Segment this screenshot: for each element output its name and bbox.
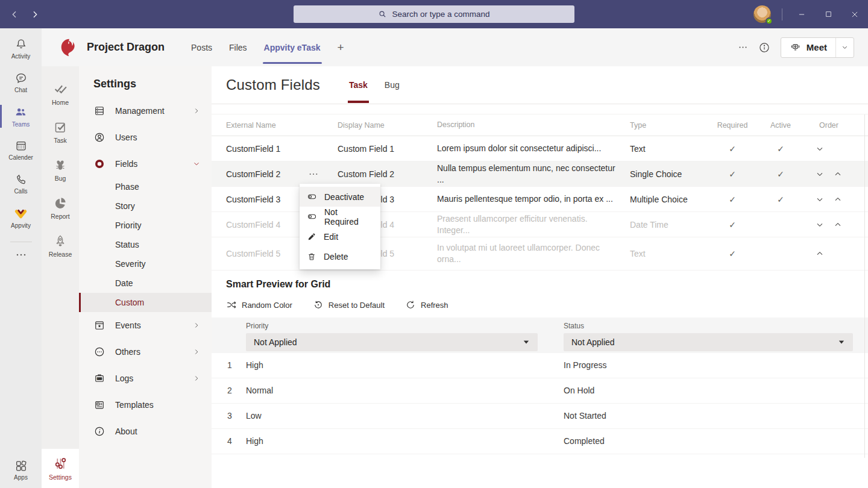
info-icon[interactable] <box>758 42 770 54</box>
more-options-icon[interactable] <box>738 46 748 49</box>
sidebar-title: Settings <box>79 77 212 90</box>
move-up-icon[interactable] <box>815 249 825 258</box>
rail-item-calendar[interactable]: Calender <box>0 133 42 167</box>
forward-icon[interactable] <box>28 7 42 22</box>
toggle-icon <box>307 211 317 222</box>
chevron-right-icon <box>192 374 201 383</box>
events-icon <box>93 319 105 331</box>
phone-icon <box>14 173 28 186</box>
rail-item-apps[interactable]: Apps <box>0 452 42 488</box>
others-icon <box>93 346 105 358</box>
random-color-button[interactable]: Random Color <box>226 299 292 310</box>
meet-button[interactable]: Meet <box>781 38 836 57</box>
preview-row: 2 Normal On Hold <box>212 378 868 404</box>
sidebar-item-phase[interactable]: Phase <box>79 177 212 196</box>
check-icon: ✓ <box>777 144 784 154</box>
app-rail-task[interactable]: Task <box>42 113 79 151</box>
tab-task[interactable]: Task <box>341 66 376 104</box>
move-up-icon[interactable] <box>833 195 843 204</box>
channel-tab-files[interactable]: Files <box>221 28 256 66</box>
reset-to-default-button[interactable]: Reset to Default <box>313 299 385 310</box>
maximize-button[interactable] <box>815 0 841 28</box>
sidebar-item-users[interactable]: Users <box>79 124 212 151</box>
move-up-icon[interactable] <box>833 220 843 230</box>
titlebar-divider <box>782 8 782 20</box>
move-down-icon[interactable] <box>815 169 825 179</box>
status-dropdown[interactable]: Not Applied <box>564 333 853 351</box>
check-icon: ✓ <box>729 169 736 179</box>
channel-tab-appvity-etask[interactable]: Appvity eTask <box>256 28 329 66</box>
active-tab-underline <box>263 62 322 64</box>
move-up-icon[interactable] <box>833 169 843 179</box>
refresh-button[interactable]: Refresh <box>405 299 448 310</box>
table-row: CustomField 1 Custom Field 1 Lorem ipsum… <box>212 136 868 161</box>
menu-item-not-required[interactable]: Not Required <box>300 207 380 227</box>
column-active: Active <box>756 121 805 130</box>
rail-more-icon[interactable] <box>0 245 42 265</box>
close-button[interactable] <box>841 0 868 28</box>
sidebar-item-templates[interactable]: Templates <box>79 392 212 418</box>
menu-item-delete[interactable]: Delete <box>300 246 380 266</box>
sidebar-item-priority[interactable]: Priority <box>79 216 212 235</box>
move-down-icon[interactable] <box>815 220 825 230</box>
sidebar-item-status[interactable]: Status <box>79 235 212 254</box>
task-checkbox-icon <box>53 120 68 134</box>
meet-split-button: Meet <box>781 37 854 58</box>
rail-item-chat[interactable]: Chat <box>0 66 42 99</box>
sidebar-item-custom[interactable]: Custom <box>79 293 212 312</box>
toggle-icon <box>307 192 317 202</box>
table-header-row: External Name Display Name Description T… <box>212 114 868 136</box>
preview-row: 1 High In Progress <box>212 353 868 378</box>
users-icon <box>93 131 105 143</box>
check-icon: ✓ <box>729 249 736 258</box>
column-display-name: Display Name <box>338 121 437 130</box>
shuffle-icon <box>226 299 237 310</box>
chevron-right-icon <box>192 348 201 356</box>
app-rail-release[interactable]: Release <box>42 227 79 264</box>
avatar[interactable]: ✓ <box>753 5 771 23</box>
sidebar-item-story[interactable]: Story <box>79 196 212 216</box>
minimize-button[interactable] <box>788 0 815 28</box>
app-rail-home[interactable]: Home <box>42 75 79 113</box>
report-pie-icon <box>53 196 68 210</box>
channel-tab-posts[interactable]: Posts <box>183 28 221 66</box>
menu-item-edit[interactable]: Edit <box>300 227 380 246</box>
sidebar-item-fields[interactable]: Fields <box>79 151 212 177</box>
bug-icon <box>53 158 68 172</box>
chevron-down-icon <box>192 160 201 168</box>
meet-dropdown-button[interactable] <box>836 38 854 57</box>
settings-sliders-icon <box>53 456 68 471</box>
move-down-icon[interactable] <box>815 144 825 154</box>
rail-item-calls[interactable]: Calls <box>0 167 42 201</box>
smart-preview-title: Smart Preview for Grid <box>226 279 868 290</box>
menu-item-deactivate[interactable]: Deactivate <box>300 187 380 207</box>
settings-sidebar: Settings Management Users <box>79 66 212 488</box>
sidebar-item-date[interactable]: Date <box>79 274 212 293</box>
sidebar-item-management[interactable]: Management <box>79 98 212 124</box>
rail-item-appvity[interactable]: Appvity <box>0 201 42 234</box>
sidebar-item-logs[interactable]: LOG Logs <box>79 365 212 392</box>
column-description: Description <box>437 120 630 130</box>
tab-bug[interactable]: Bug <box>376 66 408 104</box>
sidebar-item-about[interactable]: About <box>79 418 212 445</box>
scrollbar-track[interactable] <box>864 114 865 458</box>
priority-filter-label: Priority <box>246 322 538 330</box>
add-tab-button[interactable]: + <box>329 28 353 66</box>
table-row: CustomField 2 Custom Field 2 Nulla tempu… <box>212 161 868 187</box>
sidebar-item-severity[interactable]: Severity <box>79 254 212 274</box>
rail-item-activity[interactable]: Activity <box>0 32 42 66</box>
sidebar-item-events[interactable]: Events <box>79 312 212 339</box>
app-rail-settings[interactable]: Settings <box>42 449 79 488</box>
rail-item-teams[interactable]: Teams <box>0 99 42 133</box>
sidebar-item-others[interactable]: Others <box>79 339 212 365</box>
rail-divider <box>10 242 32 242</box>
app-rail-report[interactable]: Report <box>42 189 79 227</box>
priority-dropdown[interactable]: Not Applied <box>246 333 538 351</box>
back-icon[interactable] <box>7 7 22 22</box>
app-rail-bug[interactable]: Bug <box>42 151 79 189</box>
dropdown-caret-icon <box>838 339 845 345</box>
search-input[interactable]: Search or type a command <box>294 5 574 23</box>
row-more-options-button[interactable] <box>306 169 321 180</box>
move-down-icon[interactable] <box>815 195 825 204</box>
pencil-icon <box>307 232 316 242</box>
